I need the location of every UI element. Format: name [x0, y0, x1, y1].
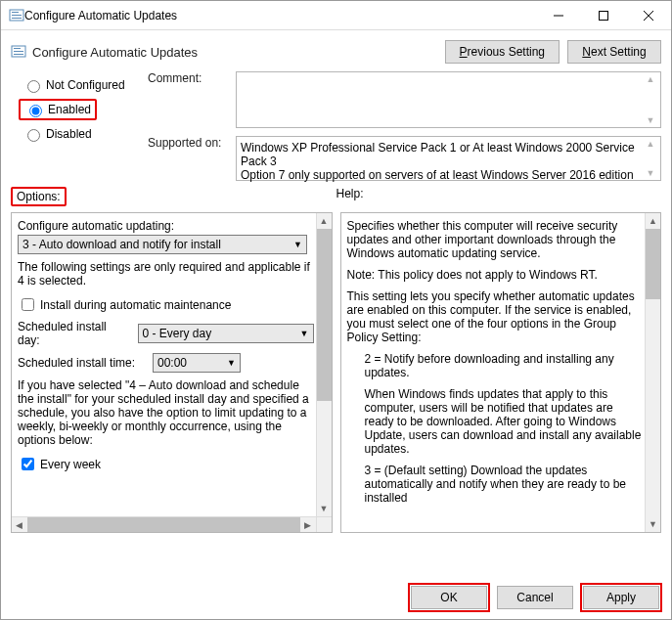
sched-day-dropdown[interactable]: 0 - Every day ▼ — [138, 324, 314, 343]
sched-time-label: Scheduled install time: — [18, 356, 145, 370]
svg-rect-11 — [14, 54, 23, 55]
install-maintenance-input[interactable] — [22, 298, 34, 311]
options-label-highlight: Options: — [11, 187, 67, 206]
radio-not-configured-input[interactable] — [27, 80, 40, 93]
options-section-label: Options: — [17, 190, 61, 203]
minimize-icon — [554, 11, 563, 21]
help-text: Note: This policy does not apply to Wind… — [347, 268, 644, 282]
scrollbar-thumb[interactable] — [317, 229, 332, 401]
previous-setting-button[interactable]: Previous Setting — [445, 40, 560, 64]
maximize-icon — [599, 11, 608, 21]
install-maintenance-checkbox[interactable]: Install during automatic maintenance — [18, 295, 314, 314]
options-hscrollbar[interactable]: ◀ ▶ — [12, 516, 316, 532]
title-bar: Configure Automatic Updates — [1, 1, 671, 30]
scrollbar-thumb[interactable] — [646, 229, 660, 299]
next-setting-button[interactable]: Next Setting — [567, 40, 661, 64]
scroll-left-icon: ◀ — [12, 517, 27, 532]
maximize-button[interactable] — [581, 1, 626, 30]
help-text: Specifies whether this computer will rec… — [347, 219, 644, 260]
svg-rect-10 — [14, 51, 23, 52]
footer: OK Cancel Apply — [1, 576, 671, 619]
supported-on-text: Windows XP Professional Service Pack 1 o… — [241, 141, 656, 182]
configure-updating-value: 3 - Auto download and notify for install — [22, 238, 221, 251]
radio-not-configured-label: Not Configured — [46, 78, 125, 92]
supported-on-field: Windows XP Professional Service Pack 1 o… — [236, 136, 661, 181]
radio-not-configured[interactable]: Not Configured — [22, 77, 148, 93]
radio-disabled[interactable]: Disabled — [22, 126, 148, 142]
scroll-down-icon: ▼ — [643, 115, 658, 125]
svg-rect-9 — [14, 48, 21, 49]
scroll-down-icon: ▼ — [643, 168, 658, 178]
help-text: 3 = (Default setting) Download the updat… — [347, 464, 644, 505]
chevron-down-icon: ▼ — [227, 358, 236, 368]
scroll-down-icon: ▼ — [317, 501, 332, 516]
scrollbar-corner — [316, 516, 332, 532]
cancel-button[interactable]: Cancel — [497, 586, 573, 609]
scroll-right-icon: ▶ — [300, 517, 316, 532]
every-week-label: Every week — [40, 458, 101, 471]
scroll-up-icon: ▲ — [643, 74, 658, 84]
comment-scrollbar[interactable]: ▲ ▼ — [643, 74, 658, 125]
help-text: This setting lets you specify whether au… — [347, 289, 644, 344]
window-title: Configure Automatic Updates — [24, 9, 536, 22]
help-panel: Specifies whether this computer will rec… — [340, 212, 662, 533]
help-section-label: Help: — [336, 187, 364, 200]
comment-label: Comment: — [148, 71, 230, 85]
apply-button[interactable]: Apply — [583, 586, 659, 609]
sched-day-value: 0 - Every day — [143, 327, 212, 340]
supported-on-label: Supported on: — [148, 136, 230, 150]
svg-rect-2 — [12, 15, 22, 16]
radio-enabled-input[interactable] — [29, 105, 42, 117]
scroll-down-icon: ▼ — [646, 516, 660, 532]
help-text: When Windows finds updates that apply to… — [347, 387, 644, 456]
radio-enabled-highlight: Enabled — [19, 99, 97, 120]
close-button[interactable] — [626, 1, 671, 30]
applicable-note: The following settings are only required… — [18, 260, 314, 288]
ok-button[interactable]: OK — [411, 586, 487, 609]
radio-enabled-label: Enabled — [48, 103, 91, 116]
help-text: 2 = Notify before downloading and instal… — [347, 352, 644, 379]
every-week-input[interactable] — [22, 458, 34, 470]
policy-icon — [9, 8, 24, 23]
svg-rect-1 — [12, 12, 19, 13]
long-note: If you have selected "4 – Auto download … — [18, 378, 314, 447]
scrollbar-thumb[interactable] — [27, 517, 300, 532]
chevron-down-icon: ▼ — [293, 240, 302, 249]
options-vscrollbar[interactable]: ▲ ▼ — [316, 213, 332, 532]
options-panel: Configure automatic updating: 3 - Auto d… — [11, 212, 333, 533]
configure-updating-dropdown[interactable]: 3 - Auto download and notify for install… — [18, 235, 307, 254]
sched-time-dropdown[interactable]: 00:00 ▼ — [153, 353, 241, 373]
close-icon — [644, 11, 653, 21]
supported-scrollbar[interactable]: ▲ ▼ — [643, 139, 658, 178]
scroll-up-icon: ▲ — [643, 139, 658, 149]
scroll-up-icon: ▲ — [646, 213, 660, 229]
chevron-down-icon: ▼ — [300, 329, 309, 338]
every-week-checkbox[interactable]: Every week — [18, 455, 314, 473]
minimize-button[interactable] — [536, 1, 581, 30]
upper-section: Not Configured Enabled Disabled Comment:… — [1, 67, 671, 181]
install-maintenance-label: Install during automatic maintenance — [40, 298, 231, 312]
comment-field[interactable]: ▲ ▼ — [236, 71, 661, 128]
svg-rect-3 — [12, 18, 22, 19]
header-row: Configure Automatic Updates Previous Set… — [1, 30, 671, 67]
radio-disabled-label: Disabled — [46, 127, 92, 141]
radio-disabled-input[interactable] — [27, 129, 40, 142]
sched-day-label: Scheduled install day: — [18, 320, 130, 347]
radio-enabled[interactable]: Enabled — [24, 102, 91, 117]
policy-icon — [11, 44, 26, 60]
scroll-up-icon: ▲ — [317, 213, 332, 229]
page-title: Configure Automatic Updates — [32, 45, 445, 60]
help-vscrollbar[interactable]: ▲ ▼ — [645, 213, 660, 532]
configure-updating-label: Configure automatic updating: — [18, 219, 314, 233]
svg-rect-5 — [600, 11, 608, 20]
sched-time-value: 00:00 — [157, 356, 187, 370]
